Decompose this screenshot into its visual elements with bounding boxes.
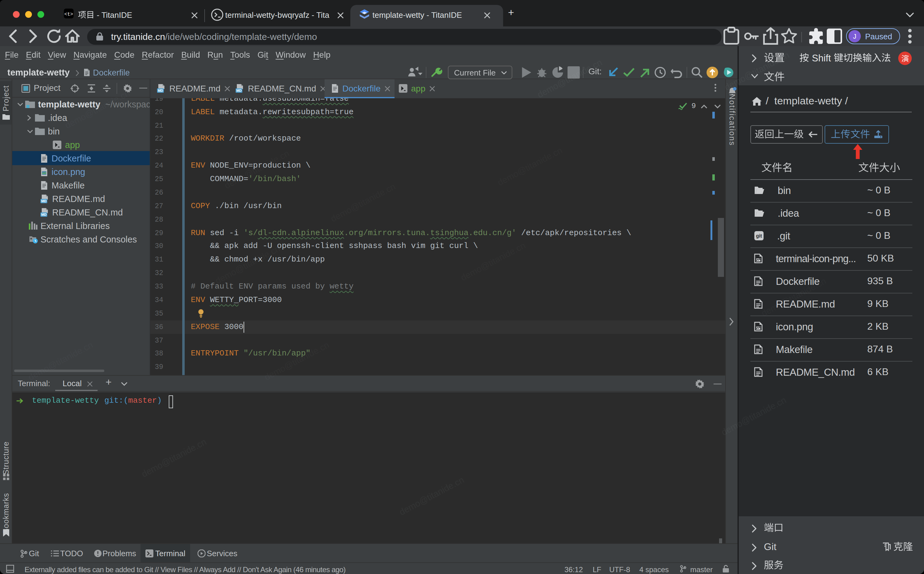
svg-text:MD: MD [158,89,163,93]
svg-text:MD: MD [41,199,46,203]
svg-text:<t>: <t> [64,11,73,17]
svg-text:git: git [756,233,762,238]
svg-text:MD: MD [41,213,46,216]
svg-text:MD: MD [236,89,241,93]
